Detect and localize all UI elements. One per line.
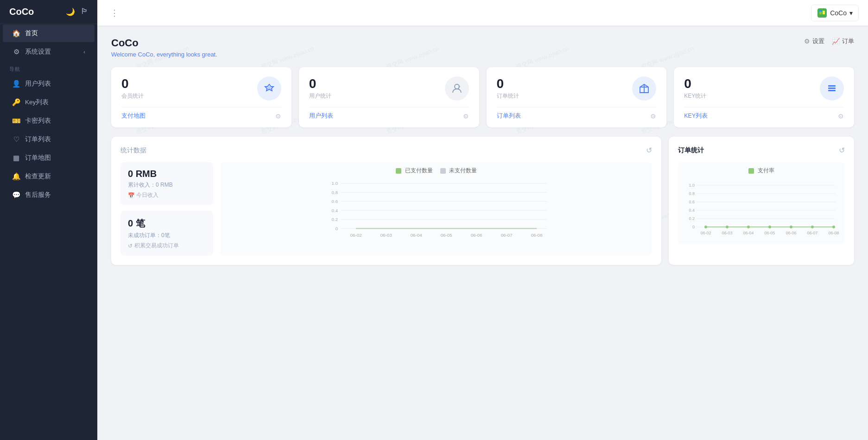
stats-chart-wrap: 已支付数量 未支付数量: [221, 162, 652, 256]
flag-icon[interactable]: 🏳: [81, 7, 88, 16]
sidebar-item-key-list[interactable]: 🔑 Key列表: [3, 94, 95, 111]
stat-card-order: 0 订单统计 订单列表 ⚙: [487, 67, 667, 127]
stat-card-member: 0 会员统计 支付地图 ⚙: [111, 67, 291, 127]
svg-text:06-03: 06-03: [722, 231, 732, 235]
home-icon: 🏠: [12, 29, 20, 38]
member-stat-value: 0: [121, 76, 144, 91]
sidebar-item-system-settings[interactable]: ⚙ 系统设置 ‹: [3, 43, 95, 61]
order-stat-link[interactable]: 订单列表: [497, 112, 521, 120]
refresh-small-icon: ↺: [128, 243, 133, 249]
page-header: CoCo Welcome CoCo, everything looks grea…: [111, 37, 854, 58]
nav-section-label: 导航: [0, 61, 97, 75]
stat-card-user: 0 用户统计 用户列表 ⚙: [299, 67, 479, 127]
svg-text:0.8: 0.8: [689, 191, 695, 196]
sidebar-item-label: 用户列表: [25, 80, 51, 88]
main-content: ⋮ CoCo ▾ 资交网 www.zijiao.cn 资交网 www.zijia…: [97, 0, 868, 440]
sidebar-item-after-sales[interactable]: 💬 售后服务: [3, 186, 95, 204]
order-stats-panel: 订单统计 ↺ 支付率: [669, 137, 854, 265]
sidebar-item-check-update[interactable]: 🔔 检查更新: [3, 168, 95, 185]
svg-text:0.4: 0.4: [332, 208, 338, 213]
order-panel-refresh[interactable]: ↺: [839, 146, 845, 155]
sidebar-item-label: 首页: [25, 29, 38, 38]
sidebar-item-home[interactable]: 🏠 首页: [3, 25, 95, 42]
svg-point-54: [747, 226, 750, 228]
legend-rate: 支付率: [748, 167, 774, 175]
chart-legend: 已支付数量 未支付数量: [225, 167, 647, 175]
svg-text:06-06: 06-06: [786, 231, 796, 235]
key-icon: 🔑: [12, 98, 20, 107]
svg-rect-3: [819, 10, 822, 12]
svg-rect-1: [819, 12, 822, 14]
svg-text:06-04: 06-04: [743, 231, 754, 235]
user-menu-button[interactable]: CoCo ▾: [811, 5, 859, 21]
svg-point-58: [832, 226, 835, 228]
legend-paid: 已支付数量: [396, 167, 432, 175]
sidebar-item-label: 系统设置: [25, 48, 51, 56]
orders-label: 未成功订单：0笔: [128, 232, 206, 239]
revenue-value: 0 RMB: [128, 169, 206, 179]
svg-point-57: [811, 226, 814, 228]
order-action[interactable]: 📈 订单: [832, 37, 854, 45]
menu-dots-button[interactable]: ⋮: [107, 6, 122, 20]
stats-panel-refresh[interactable]: ↺: [646, 146, 652, 155]
svg-rect-13: [828, 90, 836, 91]
svg-text:06-02: 06-02: [700, 231, 711, 235]
page-subtitle: Welcome CoCo, everything looks great.: [111, 51, 217, 58]
key-stat-footer-icon[interactable]: ⚙: [838, 113, 844, 120]
svg-text:06-05: 06-05: [441, 233, 453, 238]
order-stat-footer-icon[interactable]: ⚙: [650, 113, 656, 120]
svg-text:0.8: 0.8: [332, 190, 338, 195]
member-stat-footer-icon[interactable]: ⚙: [275, 113, 281, 120]
svg-rect-12: [828, 88, 836, 89]
settings-gear-icon: ⚙: [804, 38, 810, 45]
order-stat-value: 0: [497, 76, 519, 91]
sidebar-item-order-list[interactable]: ♡ 订单列表: [3, 131, 95, 148]
topbar: ⋮ CoCo ▾: [97, 0, 868, 26]
sidebar-header: CoCo 🌙 🏳: [0, 0, 97, 24]
stats-chart: 1.0 0.8 0.6 0.4 0.2 0 06-02 06-03 06-04 …: [225, 178, 647, 239]
svg-text:0.6: 0.6: [689, 200, 695, 204]
revenue-sub: 📅 今日收入: [128, 192, 206, 199]
svg-text:06-05: 06-05: [764, 231, 775, 235]
key-stat-link[interactable]: KEY列表: [684, 112, 708, 120]
user-stat-footer-icon[interactable]: ⚙: [463, 113, 469, 120]
svg-text:0.6: 0.6: [332, 199, 338, 204]
svg-text:06-03: 06-03: [380, 233, 392, 238]
sidebar-item-order-map[interactable]: ▦ 订单地图: [3, 149, 95, 167]
svg-text:06-07: 06-07: [807, 231, 817, 235]
svg-point-52: [704, 226, 707, 228]
settings-action[interactable]: ⚙ 设置: [804, 37, 824, 45]
key-stat-value: 0: [684, 76, 706, 91]
user-icon: 👤: [12, 80, 20, 88]
user-stat-link[interactable]: 用户列表: [309, 112, 333, 120]
key-stat-label: KEY统计: [684, 92, 706, 100]
stats-cards-row: 0 会员统计 支付地图 ⚙: [111, 67, 854, 127]
svg-text:06-08: 06-08: [828, 231, 839, 235]
svg-text:0.4: 0.4: [689, 208, 695, 213]
theme-icon[interactable]: 🌙: [66, 7, 75, 16]
svg-text:1.0: 1.0: [689, 183, 695, 188]
svg-text:0: 0: [336, 226, 338, 231]
sidebar-item-label: 卡密列表: [25, 117, 51, 125]
order-chart: 1.0 0.8 0.6 0.4 0.2 0 06-02 06-03 06-04 …: [683, 178, 840, 239]
sidebar-item-label: 售后服务: [25, 191, 51, 199]
member-stat-link[interactable]: 支付地图: [121, 112, 146, 120]
member-stat-icon: [257, 76, 281, 101]
sidebar-item-label: Key列表: [25, 98, 49, 107]
user-stat-label: 用户统计: [309, 92, 331, 100]
chart-icon: ▦: [12, 154, 20, 162]
stats-panel-title: 统计数据: [120, 146, 146, 155]
order-chart-legend: 支付率: [683, 167, 840, 175]
chat-icon: 💬: [12, 191, 20, 199]
user-stat-value: 0: [309, 76, 331, 91]
svg-text:06-04: 06-04: [411, 233, 423, 238]
order-label: 订单: [842, 37, 854, 45]
revenue-card: 0 RMB 累计收入：0 RMB 📅 今日收入: [120, 162, 213, 205]
orders-value: 0 笔: [128, 217, 206, 230]
sidebar-item-user-list[interactable]: 👤 用户列表: [3, 75, 95, 93]
sidebar-item-card-list[interactable]: 🎫 卡密列表: [3, 112, 95, 130]
bottom-panels: 统计数据 ↺ 0 RMB 累计收入：0 RMB 📅 今日收入: [111, 137, 854, 265]
svg-point-56: [790, 226, 792, 228]
svg-point-55: [768, 226, 771, 228]
stat-card-key: 0 KEY统计 KEY列表 ⚙: [674, 67, 854, 127]
